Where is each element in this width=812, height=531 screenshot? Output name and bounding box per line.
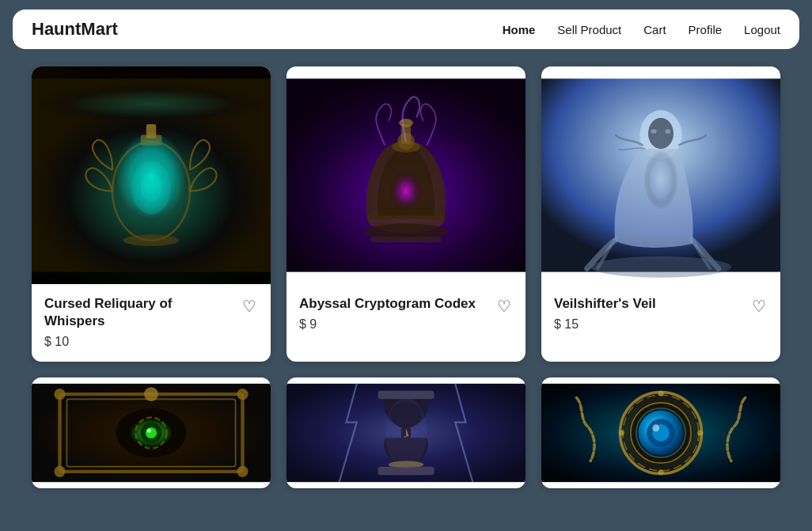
- svg-rect-3: [141, 135, 162, 145]
- products-grid: Cursed Reliquary of Whispers $ 10 ♡: [0, 59, 812, 504]
- svg-point-23: [665, 129, 670, 133]
- brand-logo: HauntMart: [32, 19, 118, 40]
- nav-links: Home Sell Product Cart Profile Logout: [503, 23, 780, 36]
- product-card-veilshifters-veil: Veilshifter's Veil $ 15 ♡: [541, 66, 780, 362]
- svg-point-6: [131, 161, 171, 214]
- product-price-veilshifters-veil: $ 15: [554, 317, 768, 332]
- product-info-cursed-reliquary: Cursed Reliquary of Whispers $ 10 ♡: [32, 284, 271, 362]
- svg-point-22: [651, 129, 657, 133]
- heart-icon-abyssal-cryptogram: ♡: [497, 298, 511, 314]
- product-image-cursed-reliquary[interactable]: [32, 66, 271, 284]
- svg-point-36: [146, 427, 157, 438]
- heart-icon-veilshifters-veil: ♡: [752, 298, 766, 314]
- svg-rect-17: [371, 237, 442, 242]
- svg-point-59: [619, 430, 624, 436]
- product-info-abyssal-cryptogram: Abyssal Cryptogram Codex $ 9 ♡: [286, 284, 526, 344]
- product-price-abyssal-cryptogram: $ 9: [299, 317, 513, 332]
- svg-point-5: [123, 235, 179, 246]
- svg-point-14: [399, 119, 413, 127]
- nav-cart[interactable]: Cart: [643, 23, 666, 36]
- product-image-mystic-frame[interactable]: [32, 377, 271, 488]
- product-image-shadowed-hourglass[interactable]: [286, 377, 526, 488]
- product-name-veilshifters-veil: Veilshifter's Veil: [554, 295, 768, 313]
- product-image-abyssal-cryptogram[interactable]: [286, 66, 526, 284]
- nav-logout[interactable]: Logout: [744, 23, 780, 36]
- svg-point-57: [658, 391, 663, 396]
- svg-point-7: [141, 173, 162, 202]
- product-info-veilshifters-veil: Veilshifter's Veil $ 15 ♡: [541, 284, 780, 344]
- svg-point-20: [636, 142, 685, 226]
- svg-point-45: [385, 398, 427, 468]
- svg-point-37: [147, 429, 151, 433]
- product-price-cursed-reliquary: $ 10: [44, 335, 258, 349]
- product-card-abyssal-cryptogram: Abyssal Cryptogram Codex $ 9 ♡: [286, 66, 526, 362]
- product-card-cursed-reliquary: Cursed Reliquary of Whispers $ 10 ♡: [32, 66, 271, 362]
- product-card-mystic-frame: [32, 377, 271, 488]
- svg-point-28: [54, 389, 65, 400]
- product-name-abyssal-cryptogram: Abyssal Cryptogram Codex: [299, 295, 513, 313]
- product-image-abyss-medallion[interactable]: [541, 377, 780, 488]
- product-name-cursed-reliquary: Cursed Reliquary of Whispers: [44, 295, 258, 330]
- svg-point-24: [590, 256, 731, 278]
- svg-point-32: [144, 387, 158, 401]
- svg-point-30: [54, 466, 65, 477]
- svg-point-2: [127, 153, 176, 223]
- wishlist-button-cursed-reliquary[interactable]: ♡: [239, 295, 260, 317]
- svg-point-31: [237, 466, 248, 477]
- nav-home[interactable]: Home: [503, 23, 536, 36]
- wishlist-button-abyssal-cryptogram[interactable]: ♡: [494, 295, 514, 317]
- svg-rect-4: [146, 124, 156, 138]
- svg-point-21: [648, 118, 674, 149]
- wishlist-button-veilshifters-veil[interactable]: ♡: [749, 295, 769, 317]
- svg-point-15: [378, 153, 434, 223]
- svg-rect-8: [32, 78, 271, 120]
- product-card-shadowed-hourglass: [286, 377, 526, 488]
- svg-point-29: [237, 389, 248, 400]
- navbar: HauntMart Home Sell Product Cart Profile…: [13, 9, 799, 49]
- nav-profile[interactable]: Profile: [689, 23, 723, 36]
- product-image-veilshifters-veil[interactable]: [541, 66, 780, 284]
- svg-point-58: [658, 469, 663, 475]
- nav-sell[interactable]: Sell Product: [557, 23, 621, 36]
- heart-icon-cursed-reliquary: ♡: [242, 298, 256, 314]
- svg-point-55: [652, 425, 659, 432]
- product-card-abyss-medallion: [541, 377, 780, 488]
- svg-point-60: [697, 430, 703, 436]
